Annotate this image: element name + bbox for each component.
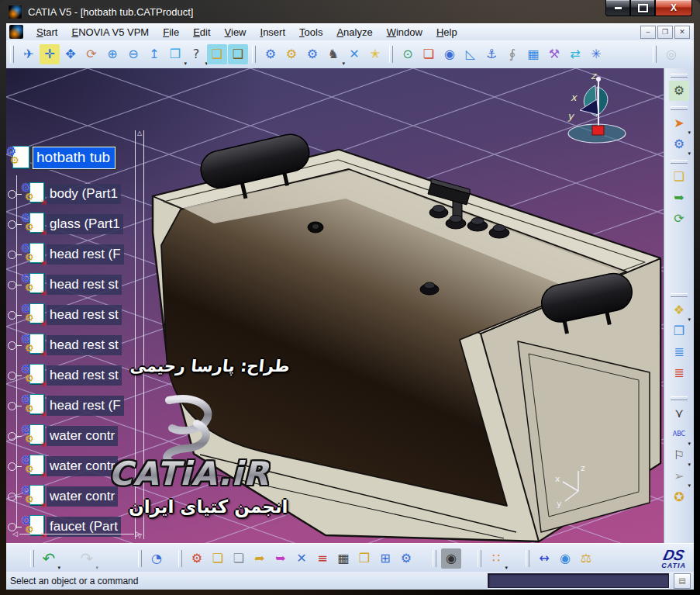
menu-help[interactable]: Help: [429, 25, 464, 40]
generative-knowledge-icon[interactable]: ✭: [365, 44, 385, 64]
knowledge-gears-icon[interactable]: ⚙: [302, 44, 322, 64]
deactivate-icon[interactable]: ✕: [291, 548, 312, 569]
tree-expand-node[interactable]: [8, 251, 16, 259]
undo-list-icon[interactable]: ≡: [312, 548, 333, 569]
tree-item-label[interactable]: head rest st: [47, 335, 122, 355]
macro-rules-icon[interactable]: ❏: [208, 548, 228, 569]
menu-insert[interactable]: Insert: [253, 25, 293, 40]
toolbar-handle[interactable]: [671, 396, 688, 400]
mdi-close-button[interactable]: ✕: [674, 26, 690, 39]
formula-icon[interactable]: ⚙: [260, 44, 281, 64]
tree-window-icon[interactable]: ⊞: [375, 548, 395, 569]
toolbar-handle[interactable]: [138, 550, 142, 567]
product-node-icon[interactable]: ❖▾: [669, 300, 689, 320]
tree-expand-node[interactable]: [8, 462, 16, 471]
weld-feature-icon[interactable]: ✪: [669, 487, 689, 507]
tree-item-label[interactable]: water contr: [47, 426, 118, 446]
tree-vertical-scrollbar[interactable]: △▽: [135, 130, 144, 539]
dropdown-arrow-icon[interactable]: ▾: [505, 565, 508, 571]
tree-item-label[interactable]: head rest (F: [47, 396, 124, 416]
fit-all-in-icon[interactable]: ✛: [40, 44, 60, 64]
shading-icon[interactable]: ❑: [207, 44, 227, 64]
command-input[interactable]: [488, 573, 669, 588]
dropdown-arrow-icon[interactable]: ▾: [57, 565, 60, 571]
parameters-gears-icon[interactable]: ⚙: [396, 548, 416, 569]
graph-tree-icon[interactable]: ≣: [669, 342, 689, 362]
measure-item-icon[interactable]: ◉: [555, 548, 575, 569]
normal-view-icon[interactable]: ↥: [144, 44, 164, 64]
close-button[interactable]: X: [655, 0, 692, 16]
flag-note-icon[interactable]: ⚐▾: [669, 445, 689, 465]
menu-edit[interactable]: Edit: [186, 25, 217, 40]
title-bar[interactable]: CATIA V5 - [hotbath tub.CATProduct] X: [0, 0, 700, 23]
tree-item-label[interactable]: glass (Part1: [47, 214, 123, 234]
tree-horizontal-scrollbar[interactable]: ◁▷: [12, 531, 141, 538]
tree-item-label[interactable]: water contr: [47, 486, 118, 507]
tree-expand-node[interactable]: [8, 493, 16, 501]
pan-icon[interactable]: ✥: [60, 44, 81, 64]
measure-sketch-icon[interactable]: ◺: [460, 44, 481, 64]
toolbar-handle[interactable]: [30, 550, 34, 567]
design-table-icon[interactable]: ♞▾: [323, 44, 343, 64]
toolbar-handle[interactable]: [653, 46, 657, 63]
isometric-view-icon[interactable]: ❒▾: [165, 44, 185, 64]
menu-file[interactable]: File: [156, 25, 186, 40]
scroll-right-icon[interactable]: ▷: [136, 531, 141, 538]
toolbar-handle[interactable]: [671, 160, 688, 164]
toolbar-handle[interactable]: [389, 46, 393, 63]
document-app-icon[interactable]: [9, 25, 23, 39]
tree-item-label[interactable]: water contr: [47, 456, 118, 476]
design-table-page-icon[interactable]: ▦: [333, 548, 353, 569]
3d-viewport[interactable]: z x y z x y ⚙ ⚙ h: [6, 68, 664, 543]
knowledge-apply-icon[interactable]: ⚙: [187, 548, 207, 569]
screen-capture-icon[interactable]: ◉: [441, 548, 461, 569]
mdi-restore-button[interactable]: ❐: [657, 26, 673, 39]
tree-expand-node[interactable]: [8, 402, 16, 410]
tree-item-label[interactable]: head rest st: [47, 305, 122, 325]
menu-view[interactable]: View: [218, 25, 253, 40]
tree-expand-node[interactable]: [8, 311, 16, 320]
menu-analyze[interactable]: Analyze: [329, 25, 379, 40]
active-workbench-icon[interactable]: ⚙: [669, 81, 689, 101]
enovia-sync-icon[interactable]: ◎: [661, 44, 681, 64]
toolbar-handle[interactable]: [671, 293, 688, 297]
gear-select-icon[interactable]: ⚙▾: [669, 134, 689, 154]
tree-expand-node[interactable]: [8, 372, 16, 380]
replace-component-icon[interactable]: ⟳: [669, 209, 689, 229]
toolbar-handle[interactable]: [671, 106, 688, 110]
render-shoot-icon[interactable]: ◉: [440, 44, 460, 64]
constellation-icon[interactable]: ✳: [586, 44, 606, 64]
toolbar-handle[interactable]: [10, 46, 14, 63]
new-component-icon[interactable]: ❏: [669, 167, 689, 187]
tree-item-label[interactable]: head rest (F: [47, 244, 124, 265]
toolbar-handle[interactable]: [178, 550, 182, 567]
scale-dimension-icon[interactable]: ✕: [344, 44, 364, 64]
toolbar-handle[interactable]: [252, 46, 256, 63]
tree-root-label[interactable]: hotbath tub: [33, 147, 116, 169]
menu-enovia-v5-vpm[interactable]: ENOVIA V5 VPM: [64, 25, 156, 40]
dropdown-arrow-icon[interactable]: ▾: [95, 565, 98, 571]
representations-icon[interactable]: ❐: [669, 321, 689, 341]
quick-constraint-icon[interactable]: ⋎: [669, 403, 689, 424]
photo-studio-icon[interactable]: ❏: [419, 44, 439, 64]
tree-item-label[interactable]: head rest st: [47, 275, 122, 295]
tree-expand-node[interactable]: [8, 190, 16, 199]
mdi-minimize-button[interactable]: –: [640, 26, 656, 39]
toolbar-handle[interactable]: [433, 550, 436, 567]
drain[interactable]: [308, 222, 323, 233]
window-layout-icon[interactable]: ❐: [354, 548, 374, 569]
measure-inertia-icon[interactable]: ⚖: [576, 548, 596, 569]
tree-expand-node[interactable]: [8, 281, 16, 289]
export-data-icon[interactable]: ➥: [271, 548, 291, 569]
redo-icon[interactable]: ↷▾: [77, 548, 97, 569]
tree-item-label[interactable]: body (Part1: [47, 184, 121, 204]
measure-between-icon[interactable]: ↔: [534, 548, 554, 569]
zoom-out-icon[interactable]: ⊖: [123, 44, 143, 64]
bolt-tool-icon[interactable]: ⚒: [544, 44, 564, 64]
toolbar-handle[interactable]: [478, 550, 481, 567]
rotate-icon[interactable]: ⟳: [81, 44, 102, 64]
update-links-icon[interactable]: ⇄: [565, 44, 585, 64]
tree-expand-node[interactable]: [8, 341, 16, 350]
tree-expand-node[interactable]: [8, 220, 16, 229]
menu-start[interactable]: Start: [29, 25, 64, 40]
